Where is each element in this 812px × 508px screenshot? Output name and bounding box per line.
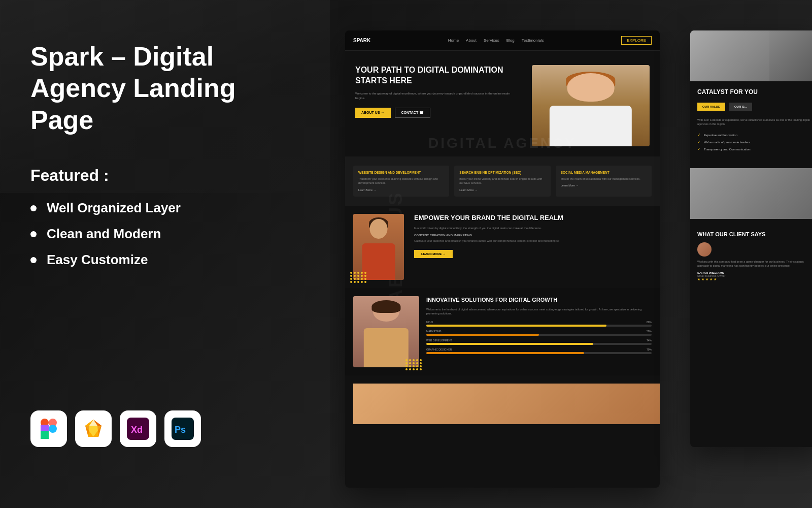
skill-bar-webdev: WEB DEVELOPMENT 74% [426,339,652,345]
tools-row: Xd Ps [30,410,299,467]
ps-icon: Ps [172,418,194,440]
hero-subtitle: Welcome to the gateway of digital excell… [355,91,517,101]
skill-name-graphic: GRAPHIC DESIGNER [426,348,452,351]
p2-buttons: OUR VALUE OUR O... [697,103,812,111]
skill-pct-graphic: 70% [647,348,652,351]
hero-image [532,65,650,146]
bullet-3 [30,257,37,263]
testimonials-title: WHAT OUR CLIENT SAYS [697,231,812,237]
p2-testimonials: WHAT OUR CLIENT SAYS Working with this c… [690,224,812,289]
service-title-3: SOCIAL MEDIA MANAGEMENT [561,171,647,174]
skill-bar-bg-webdev [426,343,652,345]
featured-section: Featured : Well Organized Layer Clean an… [30,166,299,268]
p2-top-image [690,30,812,81]
service-link-2[interactable]: Learn More → [459,188,545,192]
hero-person-photo [532,65,650,146]
service-title-1: WEBSITE DESIGN AND DEVELOPMENT [358,171,444,174]
service-link-3[interactable]: Learn More → [561,184,647,187]
nav-links: Home About Services Blog Testimonials [448,38,544,43]
feature-text-2: Clean and Modern [47,226,161,242]
check-text-2: We're made of passionate leaders. [704,141,751,144]
skill-bar-bg-graphic [426,352,652,354]
nav-testimonials[interactable]: Testimonials [522,38,544,43]
sketch-icon [83,419,104,439]
check-icon-3: ✓ [697,147,701,151]
p2-title: CATALYST FOR YOU [697,88,812,97]
skill-bar-bg-marketing [426,334,652,336]
tool-xd[interactable]: Xd [120,410,156,447]
feature-item-2: Clean and Modern [30,226,299,242]
skill-bar-graphic: GRAPHIC DESIGNER 70% [426,348,652,354]
website-preview-secondary: CATALYST FOR YOU OUR VALUE OUR O... With… [690,30,812,447]
left-panel: Spark – Digital Agency Landing Page Feat… [0,0,330,508]
preview-about: ABOUT US EMPOWER YOUR BRAND THE DIGITAL … [345,206,660,288]
figma-icon [41,419,57,439]
skill-name-uiux: UI/UX [426,321,433,324]
feature-text-1: Well Organized Layer [47,200,181,216]
service-desc-3: Master the realm of social media with ou… [561,177,647,181]
feature-list: Well Organized Layer Clean and Modern Ea… [30,200,299,268]
tool-sketch[interactable] [75,410,112,447]
growth-content: INNOVATIVE SOLUTIONS FOR DIGITAL GROWTH … [426,296,652,367]
skill-pct-uiux: 80% [647,321,652,324]
service-card-2: SEARCH ENGINE OPTIMIZATION (SEO) Boost y… [454,166,550,197]
preview-navbar: SPARK Home About Services Blog Testimoni… [345,30,660,51]
learn-more-button[interactable]: LEARN MORE → [414,250,453,258]
check-text-1: Expertise and Innovation [704,134,737,137]
skill-name-webdev: WEB DEVELOPMENT [426,339,452,342]
skill-label-marketing: MARKETING 50% [426,330,652,333]
skill-name-marketing: MARKETING [426,330,442,333]
growth-title: INNOVATIVE SOLUTIONS FOR DIGITAL GROWTH [426,296,652,303]
nav-explore-button[interactable]: EXPLORE [621,36,652,45]
service-desc-1: Transform your ideas into stunning websi… [358,177,444,185]
about-image [353,214,404,280]
skill-label-graphic: GRAPHIC DESIGNER 70% [426,348,652,351]
hero-text-area: YOUR PATH TO DIGITAL DOMINATION STARTS H… [355,65,517,118]
skill-bar-bg-uiux [426,325,652,327]
bullet-2 [30,231,37,237]
feature-text-3: Easy Customize [47,252,148,268]
p2-content: CATALYST FOR YOU OUR VALUE OUR O... With… [690,81,812,161]
nav-about[interactable]: About [466,38,477,43]
nav-blog[interactable]: Blog [506,38,515,43]
about-person-head [370,219,388,239]
about-heading: EMPOWER YOUR BRAND THE DIGITAL REALM [414,214,652,223]
check-item-3: ✓ Transparency and Communication [697,147,812,151]
person-head [567,73,615,102]
hero-about-button[interactable]: ABOUT US → [355,108,391,118]
nav-logo: SPARK [353,38,370,43]
preview-bottom: EMPOWER YOUR BRAND IN [345,375,660,432]
skill-bar-fill-webdev [426,343,593,345]
bottom-image [353,384,404,424]
bullet-1 [30,205,37,211]
growth-person-body [364,328,409,367]
svg-rect-4 [41,431,49,439]
tool-ps[interactable]: Ps [164,410,201,447]
p2-other-button[interactable]: OUR O... [729,103,752,111]
skill-pct-webdev: 74% [647,339,652,342]
skill-bar-fill-uiux [426,325,606,327]
skill-bar-uiux: UI/UX 80% [426,321,652,327]
p2-top-img-left [690,30,769,81]
service-title-2: SEARCH ENGINE OPTIMIZATION (SEO) [459,171,545,174]
featured-label: Featured : [30,166,299,185]
p2-bottom-img-fill [690,168,812,219]
growth-desc: Welcome to the forefront of digital adva… [426,307,652,316]
check-icon-1: ✓ [697,133,701,137]
growth-image [353,296,419,367]
check-item-2: ✓ We're made of passionate leaders. [697,140,812,144]
hero-title: YOUR PATH TO DIGITAL DOMINATION STARTS H… [355,65,517,86]
hero-contact-button[interactable]: CONTACT ☎ [395,108,431,118]
nav-services[interactable]: Services [484,38,499,43]
about-dots [350,272,367,283]
p2-description: With over a decade of experience, we've … [697,118,812,127]
nav-home[interactable]: Home [448,38,459,43]
testimonial-avatar [697,242,712,257]
about-text: In a world driven by digital connectivit… [414,226,652,230]
p2-value-button[interactable]: OUR VALUE [697,103,725,111]
service-card-3: SOCIAL MEDIA MANAGEMENT Master the realm… [556,166,652,197]
digital-agency-watermark: DIGITAL AGENCY [345,135,660,151]
xd-icon: Xd [127,418,149,440]
tool-figma[interactable] [30,410,67,447]
left-top-content: Spark – Digital Agency Landing Page Feat… [30,41,299,390]
